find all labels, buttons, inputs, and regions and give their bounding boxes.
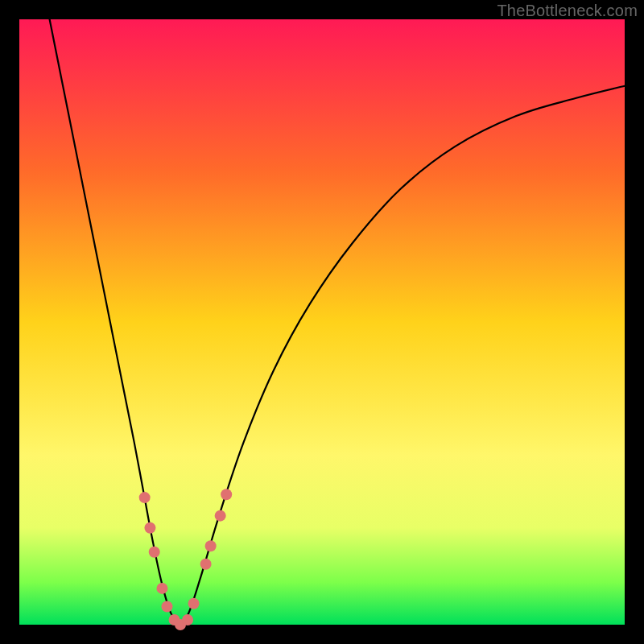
watermark-text: TheBottleneck.com: [497, 2, 638, 20]
curve-left-branch: [50, 19, 180, 625]
curve-right-branch: [180, 86, 625, 625]
marker-dot: [215, 510, 226, 522]
marker-dot: [188, 598, 200, 609]
marker-dot: [156, 583, 167, 594]
marker-dot: [221, 489, 232, 500]
chart-svg-layer: [19, 19, 625, 625]
marker-dot: [161, 601, 172, 612]
marker-dot: [205, 540, 217, 551]
marker-dot: [182, 614, 193, 625]
marker-dot: [144, 522, 155, 534]
marker-dot: [139, 492, 151, 503]
marker-dot: [149, 547, 160, 558]
chart-frame: TheBottleneck.com: [0, 0, 644, 644]
marker-dot: [200, 559, 212, 570]
